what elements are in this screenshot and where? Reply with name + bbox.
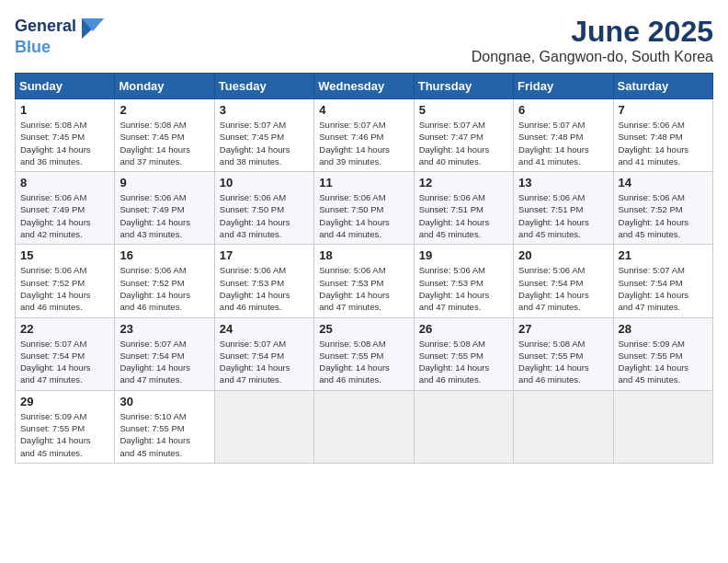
cell-text-line: and 47 minutes.: [419, 302, 482, 312]
cell-text-line: Sunrise: 5:06 AM: [319, 192, 385, 202]
cell-text-line: and 36 minutes.: [20, 156, 83, 167]
table-row: 23Sunrise: 5:07 AMSunset: 7:54 PMDayligh…: [115, 317, 214, 390]
title-area: June 2025 Dongnae, Gangwon-do, South Kor…: [472, 15, 713, 65]
cell-text-line: Sunrise: 5:06 AM: [619, 192, 685, 202]
cell-content: Sunrise: 5:06 AMSunset: 7:53 PMDaylight:…: [319, 264, 408, 313]
cell-text-line: Sunset: 7:53 PM: [220, 278, 284, 288]
table-row: 3Sunrise: 5:07 AMSunset: 7:45 PMDaylight…: [214, 99, 313, 172]
table-row: [613, 390, 712, 463]
cell-text-line: Sunrise: 5:06 AM: [220, 192, 286, 202]
cell-text-line: Daylight: 14 hours: [619, 290, 689, 300]
cell-text-line: and 46 minutes.: [119, 302, 182, 312]
cell-text-line: Sunrise: 5:07 AM: [319, 120, 385, 130]
logo: General Blue: [15, 15, 108, 57]
col-wednesday: Wednesday: [314, 74, 414, 99]
cell-text-line: Daylight: 14 hours: [319, 290, 390, 300]
cell-text-line: Sunrise: 5:07 AM: [419, 120, 485, 130]
table-row: 17Sunrise: 5:06 AMSunset: 7:53 PMDayligh…: [214, 245, 313, 317]
cell-text-line: and 38 minutes.: [220, 156, 282, 167]
cell-text-line: Sunrise: 5:06 AM: [20, 192, 86, 202]
cell-text-line: Sunset: 7:55 PM: [20, 423, 85, 433]
cell-text-line: and 46 minutes.: [419, 374, 482, 385]
calendar-week-row: 1Sunrise: 5:08 AMSunset: 7:45 PMDaylight…: [16, 99, 713, 172]
cell-text-line: and 40 minutes.: [419, 156, 482, 167]
table-row: 8Sunrise: 5:06 AMSunset: 7:49 PMDaylight…: [16, 172, 115, 245]
day-number: 8: [20, 176, 109, 190]
cell-text-line: Daylight: 14 hours: [119, 217, 190, 227]
table-row: 10Sunrise: 5:06 AMSunset: 7:50 PMDayligh…: [214, 172, 313, 245]
table-row: 28Sunrise: 5:09 AMSunset: 7:55 PMDayligh…: [613, 317, 712, 390]
cell-text-line: Daylight: 14 hours: [419, 290, 490, 300]
cell-content: Sunrise: 5:07 AMSunset: 7:45 PMDaylight:…: [220, 119, 309, 167]
location-title: Dongnae, Gangwon-do, South Korea: [472, 49, 713, 65]
table-row: 7Sunrise: 5:06 AMSunset: 7:48 PMDaylight…: [613, 99, 712, 172]
cell-text-line: Sunrise: 5:06 AM: [20, 265, 86, 275]
calendar-header-row: Sunday Monday Tuesday Wednesday Thursday…: [16, 74, 713, 99]
cell-text-line: and 46 minutes.: [319, 374, 381, 385]
day-number: 29: [20, 395, 109, 408]
table-row: 20Sunrise: 5:06 AMSunset: 7:54 PMDayligh…: [514, 245, 613, 317]
day-number: 10: [220, 176, 309, 190]
cell-text-line: Sunrise: 5:07 AM: [220, 339, 286, 349]
calendar-week-row: 22Sunrise: 5:07 AMSunset: 7:54 PMDayligh…: [16, 317, 713, 390]
cell-text-line: Sunset: 7:49 PM: [20, 204, 85, 214]
cell-text-line: and 47 minutes.: [518, 302, 581, 312]
cell-text-line: Sunrise: 5:07 AM: [619, 265, 685, 275]
cell-text-line: Sunset: 7:55 PM: [619, 350, 683, 361]
cell-text-line: Sunset: 7:55 PM: [119, 423, 184, 433]
cell-text-line: Sunrise: 5:06 AM: [119, 265, 186, 275]
calendar-week-row: 15Sunrise: 5:06 AMSunset: 7:52 PMDayligh…: [16, 245, 713, 317]
day-number: 17: [220, 248, 309, 262]
day-number: 26: [419, 322, 508, 336]
cell-text-line: and 41 minutes.: [619, 156, 681, 167]
cell-content: Sunrise: 5:07 AMSunset: 7:48 PMDaylight:…: [518, 119, 608, 167]
cell-text-line: and 45 minutes.: [619, 229, 681, 239]
day-number: 2: [119, 103, 209, 117]
cell-text-line: Sunrise: 5:08 AM: [119, 120, 186, 130]
cell-content: Sunrise: 5:09 AMSunset: 7:55 PMDaylight:…: [20, 410, 109, 459]
cell-text-line: Sunset: 7:49 PM: [119, 204, 184, 214]
cell-text-line: Daylight: 14 hours: [518, 144, 589, 155]
table-row: 18Sunrise: 5:06 AMSunset: 7:53 PMDayligh…: [314, 245, 414, 317]
cell-content: Sunrise: 5:08 AMSunset: 7:55 PMDaylight:…: [518, 338, 608, 386]
cell-text-line: Sunrise: 5:06 AM: [119, 192, 186, 202]
cell-text-line: Sunrise: 5:06 AM: [518, 265, 585, 275]
cell-text-line: Daylight: 14 hours: [619, 362, 689, 373]
cell-content: Sunrise: 5:08 AMSunset: 7:55 PMDaylight:…: [419, 338, 508, 386]
cell-text-line: Sunrise: 5:07 AM: [220, 120, 286, 130]
cell-text-line: Sunrise: 5:09 AM: [20, 411, 86, 421]
day-number: 24: [220, 322, 309, 336]
cell-text-line: Daylight: 14 hours: [419, 144, 490, 155]
table-row: 6Sunrise: 5:07 AMSunset: 7:48 PMDaylight…: [514, 99, 613, 172]
day-number: 6: [518, 103, 608, 117]
cell-content: Sunrise: 5:06 AMSunset: 7:53 PMDaylight:…: [419, 264, 508, 313]
cell-text-line: and 45 minutes.: [20, 448, 83, 458]
cell-text-line: Daylight: 14 hours: [619, 217, 689, 227]
cell-text-line: Sunrise: 5:07 AM: [518, 120, 585, 130]
cell-content: Sunrise: 5:06 AMSunset: 7:51 PMDaylight:…: [518, 191, 608, 240]
cell-text-line: Sunrise: 5:06 AM: [419, 265, 485, 275]
day-number: 9: [119, 176, 209, 190]
cell-content: Sunrise: 5:07 AMSunset: 7:54 PMDaylight:…: [20, 338, 109, 386]
cell-content: Sunrise: 5:06 AMSunset: 7:52 PMDaylight:…: [619, 191, 708, 240]
calendar-week-row: 8Sunrise: 5:06 AMSunset: 7:49 PMDaylight…: [16, 172, 713, 245]
cell-text-line: and 47 minutes.: [20, 374, 83, 385]
cell-text-line: Daylight: 14 hours: [119, 144, 190, 155]
cell-text-line: Sunset: 7:52 PM: [119, 278, 184, 288]
cell-text-line: Daylight: 14 hours: [419, 362, 490, 373]
col-thursday: Thursday: [414, 74, 513, 99]
table-row: 21Sunrise: 5:07 AMSunset: 7:54 PMDayligh…: [613, 245, 712, 317]
cell-text-line: Sunrise: 5:10 AM: [119, 411, 186, 421]
cell-text-line: and 41 minutes.: [518, 156, 581, 167]
logo-text-blue: Blue: [15, 38, 51, 56]
table-row: [514, 390, 613, 463]
cell-content: Sunrise: 5:10 AMSunset: 7:55 PMDaylight:…: [119, 410, 209, 459]
day-number: 11: [319, 176, 408, 190]
day-number: 19: [419, 248, 508, 262]
cell-text-line: and 47 minutes.: [319, 302, 381, 312]
month-title: June 2025: [472, 15, 713, 49]
cell-text-line: Sunrise: 5:06 AM: [619, 120, 685, 130]
cell-text-line: Daylight: 14 hours: [20, 144, 91, 155]
cell-text-line: Daylight: 14 hours: [518, 362, 589, 373]
day-number: 5: [419, 103, 508, 117]
